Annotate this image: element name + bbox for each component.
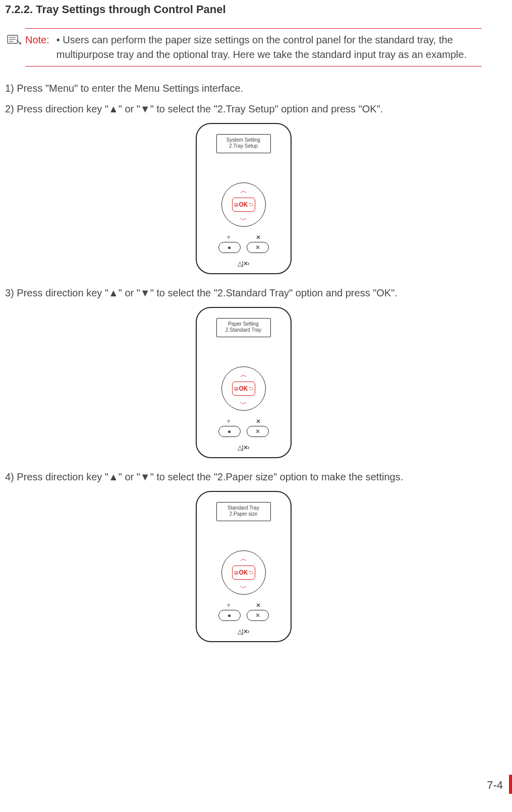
up-arrow-icon: ︿ <box>240 371 247 378</box>
x-icon: ✕ <box>255 428 260 434</box>
note-label: Note: <box>25 33 49 47</box>
wifi-icon: ᯤ <box>226 234 233 241</box>
lcd-2: Paper Setting 2.Standard Tray <box>216 318 271 337</box>
lcd-2-line-2: 2.Standard Tray <box>217 327 270 333</box>
cancel-pill: ✕ <box>247 242 269 253</box>
ok-button-2: ▤ OK ⮌ <box>232 382 255 396</box>
ok-button-3: ▤ OK ⮌ <box>232 566 255 580</box>
menu-icon: ▤ <box>234 203 239 207</box>
page-number-bar <box>509 775 512 794</box>
bottom-glyph-2: △|✕› <box>197 444 291 451</box>
row-icons-2: ᯤ ✕ <box>197 418 291 425</box>
figure-3: Standard Tray 2.Paper size ︿ ﹀ ▤ OK ⮌ ᯤ … <box>5 491 482 642</box>
step-3: 3) Press direction key "▲" or "▼" to sel… <box>5 286 482 300</box>
note-rule-bottom <box>25 66 482 67</box>
row-icons-1: ᯤ ✕ <box>197 234 291 241</box>
ok-label: OK <box>239 569 248 576</box>
wifi-icon: ᯤ <box>226 602 233 609</box>
page-number: 7-4 <box>487 779 503 792</box>
down-arrow-icon: ﹀ <box>240 216 247 223</box>
x-icon: ✕ <box>255 244 260 251</box>
x-small-icon: ✕ <box>256 418 261 425</box>
up-arrow-icon: ︿ <box>240 187 247 194</box>
lcd-3-line-1: Standard Tray <box>217 505 270 511</box>
note-icon <box>7 34 21 45</box>
lcd-1: System Setting 2.Tray Setup <box>216 134 271 153</box>
x-small-icon: ✕ <box>256 602 261 609</box>
lcd-1-line-2: 2.Tray Setup <box>217 143 270 149</box>
lcd-3-line-2: 2.Paper size <box>217 511 270 517</box>
section-heading: 7.2.2. Tray Settings through Control Pan… <box>5 3 482 16</box>
step-1: 1) Press "Menu" to enter the Menu Settin… <box>5 82 482 95</box>
figure-1: System Setting 2.Tray Setup ︿ ﹀ ▤ OK ⮌ ᯤ… <box>5 123 482 274</box>
menu-icon: ▤ <box>234 387 239 391</box>
step-4: 4) Press direction key "▲" or "▼" to sel… <box>5 470 482 484</box>
row-buttons-2: ● ✕ <box>197 426 291 437</box>
row-buttons-1: ● ✕ <box>197 242 291 253</box>
lcd-3: Standard Tray 2.Paper size <box>216 502 271 521</box>
dpad-3: ︿ ﹀ ▤ OK ⮌ <box>221 550 266 595</box>
note-text: • Users can perform the paper size setti… <box>56 33 482 62</box>
row-icons-3: ᯤ ✕ <box>197 602 291 609</box>
lcd-1-line-1: System Setting <box>217 137 270 143</box>
x-icon: ✕ <box>255 612 260 618</box>
bottom-glyph-1: △|✕› <box>197 260 291 267</box>
lcd-2-line-1: Paper Setting <box>217 321 270 327</box>
dot-icon: ● <box>227 612 231 618</box>
down-arrow-icon: ﹀ <box>240 584 247 591</box>
x-small-icon: ✕ <box>256 234 261 241</box>
dot-icon: ● <box>227 428 231 434</box>
cancel-pill: ✕ <box>247 610 269 621</box>
dpad-1: ︿ ﹀ ▤ OK ⮌ <box>221 182 266 227</box>
cancel-pill: ✕ <box>247 426 269 437</box>
control-panel-2: Paper Setting 2.Standard Tray ︿ ﹀ ▤ OK ⮌… <box>196 307 292 458</box>
ok-button-1: ▤ OK ⮌ <box>232 198 255 212</box>
down-arrow-icon: ﹀ <box>240 400 247 407</box>
wifi-icon: ᯤ <box>226 418 233 425</box>
power-pill: ● <box>218 426 241 437</box>
back-icon: ⮌ <box>249 387 253 391</box>
bottom-glyph-3: △|✕› <box>197 628 291 635</box>
menu-icon: ▤ <box>234 571 239 575</box>
ok-label: OK <box>239 385 248 392</box>
control-panel-1: System Setting 2.Tray Setup ︿ ﹀ ▤ OK ⮌ ᯤ… <box>196 123 292 274</box>
note-block: Note: • Users can perform the paper size… <box>25 28 482 67</box>
back-icon: ⮌ <box>249 203 253 207</box>
control-panel-3: Standard Tray 2.Paper size ︿ ﹀ ▤ OK ⮌ ᯤ … <box>196 491 292 642</box>
row-buttons-3: ● ✕ <box>197 610 291 621</box>
power-pill: ● <box>218 610 241 621</box>
dpad-2: ︿ ﹀ ▤ OK ⮌ <box>221 366 266 411</box>
ok-label: OK <box>239 201 248 208</box>
power-pill: ● <box>218 242 241 253</box>
up-arrow-icon: ︿ <box>240 555 247 562</box>
step-2: 2) Press direction key "▲" or "▼" to sel… <box>5 102 482 116</box>
back-icon: ⮌ <box>249 571 253 575</box>
figure-2: Paper Setting 2.Standard Tray ︿ ﹀ ▤ OK ⮌… <box>5 307 482 458</box>
dot-icon: ● <box>227 244 231 251</box>
